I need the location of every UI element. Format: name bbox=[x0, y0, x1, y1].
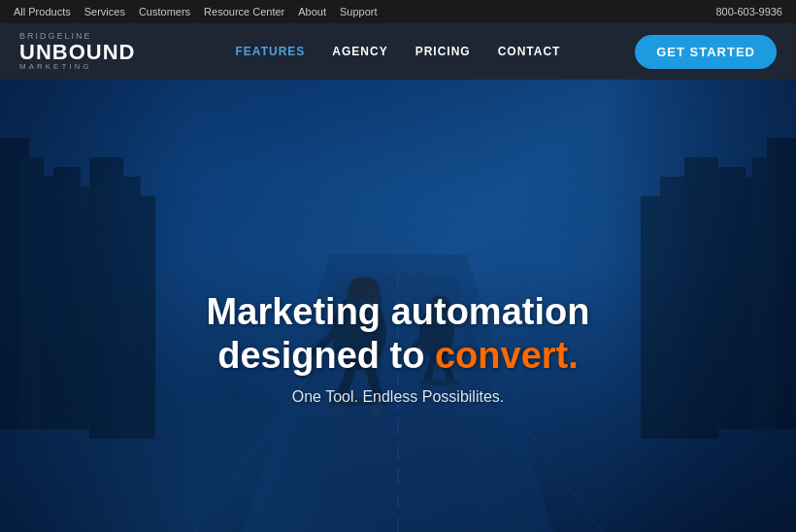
nav-links: FEATURES AGENCY PRICING CONTACT bbox=[236, 45, 561, 58]
logo-marketing: MARKETING bbox=[19, 63, 135, 72]
phone-number: 800-603-9936 bbox=[715, 6, 782, 17]
utility-bar: All Products Services Customers Resource… bbox=[0, 0, 796, 23]
get-started-button[interactable]: GET STARTED bbox=[635, 35, 777, 69]
nav-pricing[interactable]: PRICING bbox=[415, 45, 471, 58]
svg-rect-14 bbox=[684, 157, 718, 439]
utility-link-support[interactable]: Support bbox=[340, 6, 378, 17]
utility-link-customers[interactable]: Customers bbox=[139, 6, 190, 17]
hero-heading: Marketing automation designed to convert… bbox=[107, 290, 689, 379]
nav-contact[interactable]: CONTACT bbox=[498, 45, 561, 58]
utility-link-about[interactable]: About bbox=[298, 6, 326, 17]
hero-heading-line2: designed to bbox=[217, 335, 424, 376]
hero-subheading: One Tool. Endless Possibilites. bbox=[107, 388, 689, 406]
utility-link-all-products[interactable]: All Products bbox=[14, 6, 71, 17]
hero-heading-line1: Marketing automation bbox=[207, 291, 590, 332]
logo-unbound: UNBOUND bbox=[19, 42, 135, 63]
logo[interactable]: BRIDGELINE UNBOUND MARKETING bbox=[19, 32, 135, 72]
main-nav: BRIDGELINE UNBOUND MARKETING FEATURES AG… bbox=[0, 23, 796, 80]
utility-link-resource-center[interactable]: Resource Center bbox=[204, 6, 284, 17]
hero-heading-accent: convert. bbox=[435, 335, 579, 376]
svg-rect-12 bbox=[718, 167, 746, 429]
svg-rect-10 bbox=[752, 157, 777, 429]
hero-content: Marketing automation designed to convert… bbox=[107, 290, 689, 406]
nav-agency[interactable]: AGENCY bbox=[332, 45, 387, 58]
nav-features[interactable]: FEATURES bbox=[236, 45, 306, 58]
utility-links: All Products Services Customers Resource… bbox=[14, 6, 378, 17]
hero-section: Marketing automation designed to convert… bbox=[0, 80, 796, 532]
utility-link-services[interactable]: Services bbox=[84, 6, 125, 17]
